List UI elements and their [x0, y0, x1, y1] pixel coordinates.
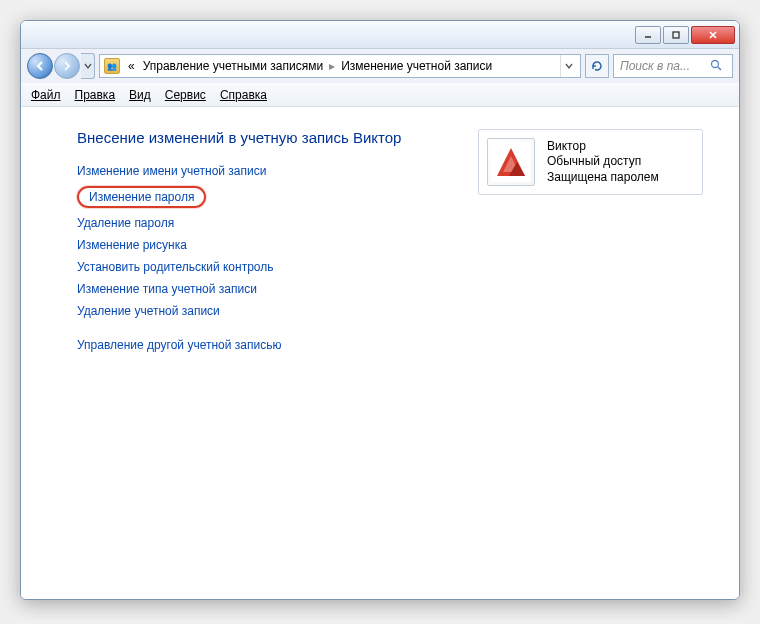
user-name: Виктор: [547, 139, 659, 155]
link-remove-password[interactable]: Удаление пароля: [77, 216, 438, 230]
maximize-button[interactable]: [663, 26, 689, 44]
menu-bar: Файл Правка Вид Сервис Справка: [21, 83, 739, 107]
link-change-name[interactable]: Изменение имени учетной записи: [77, 164, 438, 178]
breadcrumb-prefix: «: [124, 59, 139, 73]
user-status: Защищена паролем: [547, 170, 659, 186]
highlight-change-password: Изменение пароля: [77, 186, 206, 208]
link-delete-account[interactable]: Удаление учетной записи: [77, 304, 438, 318]
link-change-picture[interactable]: Изменение рисунка: [77, 238, 438, 252]
left-column: Внесение изменений в учетную запись Викт…: [77, 129, 438, 360]
menu-tools[interactable]: Сервис: [165, 88, 206, 102]
titlebar: [21, 21, 739, 49]
user-card: Виктор Обычный доступ Защищена паролем: [478, 129, 703, 195]
forward-button[interactable]: [54, 53, 80, 79]
svg-rect-1: [673, 32, 679, 38]
link-change-password[interactable]: Изменение пароля: [77, 186, 438, 208]
user-info: Виктор Обычный доступ Защищена паролем: [547, 139, 659, 186]
breadcrumb-item-1[interactable]: Управление учетными записями: [139, 59, 327, 73]
link-parental-controls[interactable]: Установить родительский контроль: [77, 260, 438, 274]
svg-line-5: [718, 67, 721, 70]
user-access: Обычный доступ: [547, 154, 659, 170]
svg-point-4: [712, 60, 719, 67]
nav-buttons: [27, 53, 95, 79]
back-button[interactable]: [27, 53, 53, 79]
menu-view[interactable]: Вид: [129, 88, 151, 102]
link-change-type[interactable]: Изменение типа учетной записи: [77, 282, 438, 296]
menu-edit[interactable]: Правка: [75, 88, 116, 102]
minimize-button[interactable]: [635, 26, 661, 44]
content-area: Внесение изменений в учетную запись Викт…: [21, 107, 739, 599]
address-bar[interactable]: 👥 « Управление учетными записями ▸ Измен…: [99, 54, 581, 78]
menu-file[interactable]: Файл: [31, 88, 61, 102]
breadcrumb-item-2[interactable]: Изменение учетной записи: [337, 59, 496, 73]
control-panel-icon: 👥: [104, 58, 120, 74]
search-icon: [710, 59, 726, 74]
menu-help[interactable]: Справка: [220, 88, 267, 102]
chevron-right-icon: ▸: [327, 59, 337, 73]
page-title: Внесение изменений в учетную запись Викт…: [77, 129, 438, 146]
address-dropdown[interactable]: [560, 55, 576, 77]
avatar: [487, 138, 535, 186]
link-manage-other[interactable]: Управление другой учетной записью: [77, 338, 438, 352]
nav-history-dropdown[interactable]: [81, 53, 95, 79]
explorer-window: 👥 « Управление учетными записями ▸ Измен…: [20, 20, 740, 600]
close-button[interactable]: [691, 26, 735, 44]
search-placeholder: Поиск в па...: [620, 59, 690, 73]
refresh-button[interactable]: [585, 54, 609, 78]
nav-toolbar: 👥 « Управление учетными записями ▸ Измен…: [21, 49, 739, 83]
search-input[interactable]: Поиск в па...: [613, 54, 733, 78]
action-links: Изменение имени учетной записи Изменение…: [77, 164, 438, 352]
